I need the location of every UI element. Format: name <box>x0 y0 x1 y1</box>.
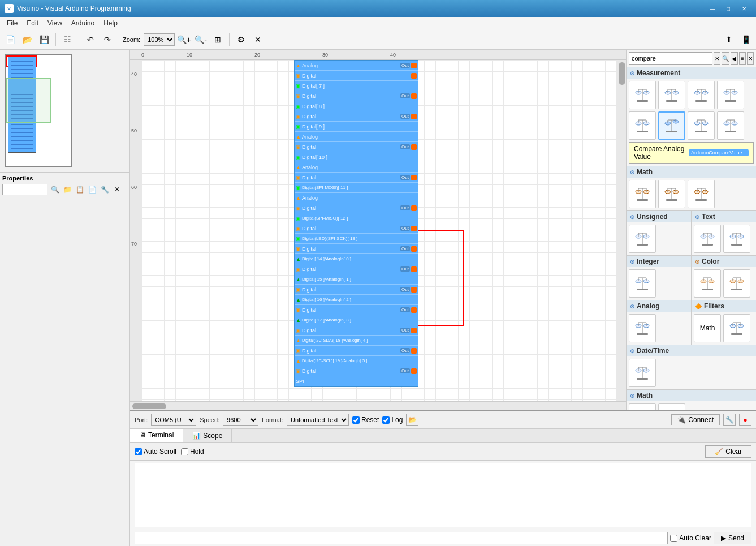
grid-toggle[interactable]: ☷ <box>59 32 75 48</box>
comp-item[interactable] <box>658 81 685 109</box>
prop-paste-btn[interactable]: 📄 <box>87 184 97 195</box>
autoclear-cb-input[interactable] <box>670 535 677 542</box>
out-connector[interactable] <box>411 73 417 79</box>
search-button[interactable]: 🔍 <box>722 52 729 65</box>
color-comp-item-1[interactable] <box>694 269 721 298</box>
out-connector[interactable] <box>411 287 417 293</box>
minimap[interactable] <box>5 54 72 167</box>
redo-button[interactable]: ↷ <box>100 32 115 48</box>
out-connector[interactable] <box>411 226 417 231</box>
math-comp-item[interactable] <box>688 180 715 208</box>
search-clear-button[interactable]: ✕ <box>714 52 720 65</box>
hscroll-thumb[interactable] <box>132 403 166 409</box>
autoclear-checkbox[interactable]: Auto Clear <box>670 534 711 542</box>
search-close-button[interactable]: ✕ <box>747 52 754 65</box>
hold-cb-input[interactable] <box>181 448 188 455</box>
speed-select[interactable]: 9600 115200 57600 <box>223 414 258 426</box>
menu-view[interactable]: View <box>43 18 67 28</box>
prop-tools-btn[interactable]: 🔧 <box>100 184 110 195</box>
zoom-select[interactable]: 100% 50% 75% 125% 150% 200% <box>144 33 175 46</box>
autoscroll-checkbox[interactable]: Auto Scroll <box>135 448 176 455</box>
comp-item-highlighted[interactable] <box>658 111 685 140</box>
out-connector[interactable] <box>411 348 417 354</box>
filters-math-label-item[interactable]: Math <box>694 314 721 342</box>
prop-folder-btn[interactable]: 📁 <box>62 184 72 195</box>
text-comp-item-2[interactable] <box>723 225 750 253</box>
menu-help[interactable]: Help <box>99 18 122 28</box>
out-connector[interactable] <box>411 266 417 272</box>
comp-item[interactable] <box>629 81 656 109</box>
save-button[interactable]: 💾 <box>36 32 52 48</box>
math-comp-item[interactable] <box>629 180 656 208</box>
upload-button[interactable]: ⬆ <box>721 32 737 48</box>
zoom-in-button[interactable]: 🔍+ <box>176 32 192 48</box>
send-input[interactable] <box>135 532 668 544</box>
color-comp-item-2[interactable] <box>723 269 750 298</box>
comp-item[interactable] <box>717 111 744 140</box>
restore-button[interactable]: □ <box>721 3 736 14</box>
unsigned-comp-item[interactable] <box>629 225 656 253</box>
new-button[interactable]: 📄 <box>2 32 18 48</box>
out-connector[interactable] <box>411 63 417 68</box>
out-connector[interactable] <box>411 246 417 252</box>
horizontal-scrollbar[interactable] <box>130 401 626 410</box>
port-tools-btn[interactable]: 🔧 <box>723 414 736 426</box>
search-input[interactable] <box>629 52 712 65</box>
out-connector[interactable] <box>411 307 417 313</box>
vscroll-thumb[interactable] <box>619 62 625 85</box>
menu-file[interactable]: File <box>2 18 22 28</box>
out-connector[interactable] <box>411 368 417 374</box>
terminal-output[interactable] <box>135 463 751 527</box>
monitor-button[interactable]: 📱 <box>738 32 754 48</box>
comp-item[interactable] <box>688 111 715 140</box>
format-select[interactable]: Unformatted Text Hex Binary <box>287 414 349 426</box>
math2-comp-item-1[interactable] <box>629 403 656 410</box>
zoom-out-button[interactable]: 🔍- <box>193 32 209 48</box>
prop-delete-btn[interactable]: ✕ <box>112 184 122 195</box>
math-comp-item[interactable] <box>658 180 685 208</box>
comp-item[interactable] <box>717 81 744 109</box>
minimize-button[interactable]: — <box>705 3 720 14</box>
integer-comp-item[interactable] <box>629 269 656 298</box>
undo-button[interactable]: ↶ <box>83 32 98 48</box>
compile-button[interactable]: ⚙ <box>233 32 249 48</box>
out-connector[interactable] <box>411 205 417 211</box>
prop-copy-btn[interactable]: 📋 <box>75 184 85 195</box>
open-button[interactable]: 📂 <box>19 32 35 48</box>
log-cb-input[interactable] <box>382 416 390 424</box>
comp-item[interactable] <box>629 111 656 140</box>
filters-comp-item[interactable] <box>723 314 750 342</box>
text-comp-item-1[interactable] <box>694 225 721 253</box>
datetime-comp-item[interactable] <box>629 359 656 387</box>
analog-comp-item[interactable] <box>629 314 656 342</box>
tab-terminal[interactable]: 🖥 Terminal <box>130 429 183 442</box>
menu-edit[interactable]: Edit <box>22 18 43 28</box>
log-file-button[interactable]: 📂 <box>406 414 418 426</box>
log-checkbox[interactable]: Log <box>382 416 403 424</box>
reset-checkbox[interactable]: Reset <box>352 416 379 424</box>
canvas-scroll[interactable]: ▲ Analog Out ▣ Digital <box>141 60 617 401</box>
prop-search-btn[interactable]: 🔍 <box>50 184 60 195</box>
search-back-button[interactable]: ◀ <box>731 52 737 65</box>
comp-item[interactable] <box>688 81 715 109</box>
port-close-btn[interactable]: ● <box>739 414 751 426</box>
hold-checkbox[interactable]: Hold <box>181 448 204 455</box>
close-button[interactable]: ✕ <box>737 3 751 14</box>
menu-arduino[interactable]: Arduino <box>67 18 99 28</box>
math2-comp-item-2[interactable] <box>658 403 685 410</box>
out-connector[interactable] <box>411 328 417 333</box>
send-button[interactable]: ▶ Send <box>714 532 751 544</box>
port-select[interactable]: COM5 (U COM1 COM3 <box>151 414 196 426</box>
out-connector[interactable] <box>411 175 417 180</box>
properties-input[interactable] <box>2 184 47 195</box>
out-connector[interactable] <box>411 93 417 99</box>
autoscroll-cb-input[interactable] <box>135 448 142 455</box>
zoom-fit-button[interactable]: ⊞ <box>210 32 226 48</box>
delete-button[interactable]: ✕ <box>250 32 266 48</box>
vertical-scrollbar[interactable] <box>617 60 626 401</box>
out-connector[interactable] <box>411 114 417 119</box>
reset-cb-input[interactable] <box>352 416 360 424</box>
clear-button[interactable]: 🧹 Clear <box>705 445 751 458</box>
connect-button[interactable]: 🔌 Connect <box>671 414 720 425</box>
minimap-viewport[interactable] <box>6 78 51 123</box>
